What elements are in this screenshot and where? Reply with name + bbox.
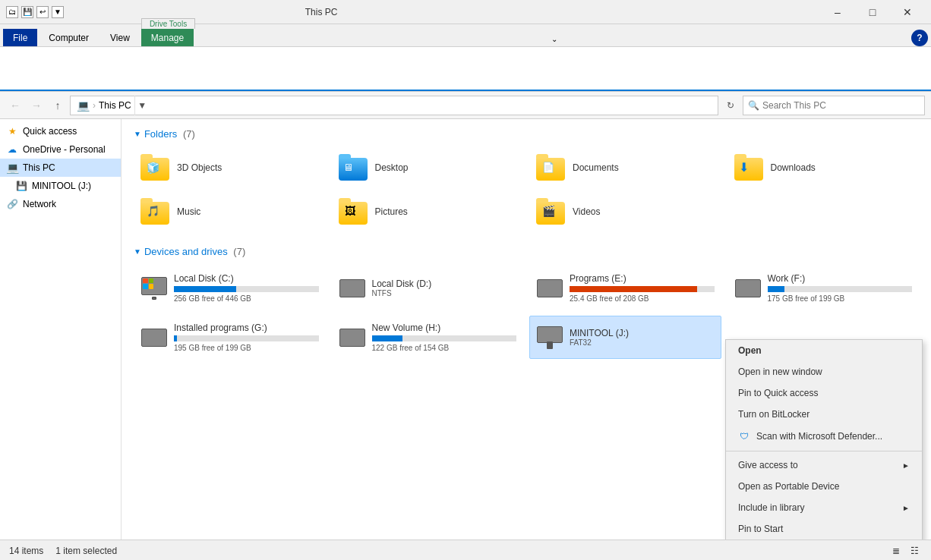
folder-documents[interactable]: 📄 Documents [529,149,721,187]
folder-music-name: Music [177,206,200,217]
address-dropdown-button[interactable]: ▼ [134,96,150,115]
close-button[interactable]: ✕ [890,0,925,24]
cm-open-label: Open [738,345,762,356]
cm-portable-label: Open as Portable Device [738,481,839,492]
drive-h[interactable]: New Volume (H:) 122 GB free of 154 GB [332,316,524,359]
undo-icon[interactable]: ↩ [36,6,49,18]
tab-computer[interactable]: Computer [39,29,99,46]
search-box[interactable]: 🔍 [743,96,925,115]
folders-section-header[interactable]: ▼ Folders (7) [134,128,919,140]
cm-open[interactable]: Open [726,340,922,361]
devices-title: Devices and drives [144,246,228,257]
drive-c-bar [174,286,236,292]
folder-3d-objects[interactable]: 🧊 3D Objects [134,149,326,187]
cm-defender[interactable]: 🛡 Scan with Microsoft Defender... [726,425,922,448]
quick-save-icon[interactable]: 💾 [21,6,33,18]
cm-portable[interactable]: Open as Portable Device [726,476,922,497]
cm-include-library-label: Include in library [738,502,804,513]
details-view-button[interactable]: ≣ [888,543,904,558]
folder-3d-objects-icon: 🧊 [140,154,171,181]
drive-c-icon [140,275,168,302]
cloud-icon: ☁ [6,143,18,156]
context-menu: Open Open in new window Pin to Quick acc… [725,339,923,540]
cm-open-new-window[interactable]: Open in new window [726,361,922,382]
tab-manage[interactable]: Manage [141,29,194,46]
cm-give-access[interactable]: Give access to ► [726,455,922,476]
drive-f-bar-container [768,286,913,292]
cm-give-access-arrow: ► [902,461,910,470]
folder-desktop-icon: 🖥 [339,154,369,181]
window-title: This PC [305,7,338,17]
sidebar-item-quick-access[interactable]: ★ Quick access [0,122,121,140]
folder-videos[interactable]: 🎬 Videos [529,193,721,231]
drive-e-info: Programs (E:) 25.4 GB free of 208 GB [570,273,715,303]
drive-j[interactable]: MINITOOL (J:) FAT32 [529,316,721,359]
maximize-button[interactable]: □ [855,0,890,24]
folder-downloads-icon: ⬇ [734,154,765,181]
network-label: Network [23,199,56,209]
back-button[interactable]: ← [6,96,24,115]
ribbon-expand-button[interactable]: ⌄ [547,31,562,46]
drive-h-info: New Volume (H:) 122 GB free of 154 GB [372,322,517,352]
drive-f-info: Work (F:) 175 GB free of 199 GB [768,273,913,303]
drive-g-free: 195 GB free of 199 GB [174,344,319,352]
view-controls: ≣ ☷ [888,543,922,558]
sidebar: ★ Quick access ☁ OneDrive - Personal 💻 T… [0,119,122,540]
drive-e[interactable]: Programs (E:) 25.4 GB free of 208 GB [529,266,721,310]
up-button[interactable]: ↑ [49,96,67,115]
folder-music[interactable]: 🎵 Music [134,193,326,231]
drive-d-info: Local Disk (D:) NTFS [372,278,517,297]
drive-h-bar-container [372,335,517,341]
folder-documents-name: Documents [573,162,619,173]
search-input[interactable] [762,100,920,111]
tab-file[interactable]: File [3,29,37,46]
sidebar-item-onedrive[interactable]: ☁ OneDrive - Personal [0,140,121,159]
ribbon: File Computer View Drive Tools Manage ⌄ … [0,24,931,92]
customize-icon[interactable]: ▼ [52,6,64,18]
drive-f[interactable]: Work (F:) 175 GB free of 199 GB [727,266,920,310]
drive-j-info: MINITOOL (J:) FAT32 [570,328,715,347]
this-pc-label: This PC [23,162,55,173]
folder-downloads[interactable]: ⬇ Downloads [727,149,920,187]
title-bar-icons: 🗂 💾 ↩ ▼ [6,6,64,18]
quick-access-label: Quick access [23,126,77,137]
forward-button[interactable]: → [27,96,46,115]
folder-pictures[interactable]: 🖼 Pictures [332,193,524,231]
cm-open-new-window-label: Open in new window [738,367,822,377]
selected-count: 1 item selected [55,546,117,556]
path-location: This PC [99,100,131,111]
content-area: ▼ Folders (7) 🧊 3D Objects [122,119,931,540]
drive-f-name: Work (F:) [768,273,913,284]
sidebar-item-this-pc[interactable]: 💻 This PC [0,159,121,177]
address-path[interactable]: 💻 › This PC ▼ [70,96,718,115]
refresh-button[interactable]: ↻ [721,96,740,115]
drive-e-bar-container [570,286,715,292]
folder-documents-icon: 📄 [536,154,566,181]
drive-h-icon [339,324,366,351]
cm-give-access-label: Give access to [738,460,798,470]
cm-include-library[interactable]: Include in library ► [726,497,922,518]
sidebar-item-minitool[interactable]: 💾 MINITOOL (J:) [0,177,121,195]
drive-d[interactable]: Local Disk (D:) NTFS [332,266,524,310]
star-icon: ★ [6,125,18,137]
drive-c[interactable]: Local Disk (C:) 256 GB free of 446 GB [134,266,326,310]
help-button[interactable]: ? [911,30,928,46]
devices-section-header[interactable]: ▼ Devices and drives (7) [134,246,919,257]
cm-include-library-arrow: ► [902,504,910,512]
folder-videos-icon: 🎬 [536,198,566,225]
cm-pin-start[interactable]: Pin to Start [726,518,922,540]
sidebar-item-network[interactable]: 🔗 Network [0,195,121,213]
drive-g[interactable]: Installed programs (G:) 195 GB free of 1… [134,316,326,359]
drive-f-icon [734,275,762,302]
folder-desktop[interactable]: 🖥 Desktop [332,149,524,187]
cm-pin-quick-access[interactable]: Pin to Quick access [726,382,922,404]
tiles-view-button[interactable]: ☷ [907,543,922,558]
minimize-button[interactable]: – [820,0,855,24]
tab-view[interactable]: View [100,29,140,46]
drive-e-name: Programs (E:) [570,273,715,284]
window-controls: – □ ✕ [820,0,925,24]
cm-defender-label: Scan with Microsoft Defender... [756,431,882,442]
drive-c-free: 256 GB free of 446 GB [174,294,319,303]
cm-bitlocker[interactable]: Turn on BitLocker [726,404,922,425]
drive-d-name: Local Disk (D:) [372,278,517,289]
